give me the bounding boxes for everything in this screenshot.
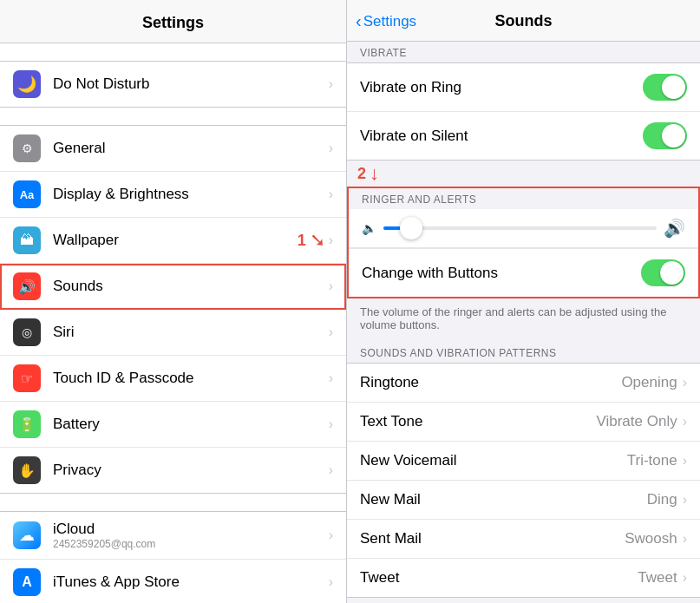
ringer-alerts-section: RINGER AND ALERTS 🔈 🔊 Change with Button… bbox=[347, 187, 700, 298]
change-with-buttons-item[interactable]: Change with Buttons bbox=[349, 248, 698, 297]
sounds-patterns-section: SOUNDS AND VIBRATION PATTERNS Ringtone O… bbox=[347, 342, 700, 598]
chevron-icon: › bbox=[329, 370, 333, 386]
vibrate-on-ring-label: Vibrate on Ring bbox=[360, 79, 643, 96]
right-panel: ‹ Settings Sounds VIBRATE Vibrate on Rin… bbox=[347, 0, 700, 603]
donotdisturb-label: Do Not Disturb bbox=[53, 75, 324, 93]
sidebar-item-siri[interactable]: ◎ Siri › bbox=[0, 310, 346, 356]
chevron-icon: › bbox=[329, 187, 333, 202]
newvoicemail-chevron: › bbox=[683, 453, 687, 469]
left-header: Settings bbox=[0, 0, 346, 43]
newvoicemail-value: Tri-tone bbox=[627, 452, 677, 469]
sidebar-item-general[interactable]: ⚙ General › bbox=[0, 126, 346, 172]
chevron-icon: › bbox=[329, 141, 333, 156]
sounds-patterns-header: SOUNDS AND VIBRATION PATTERNS bbox=[347, 342, 700, 363]
vibrate-on-ring-item[interactable]: Vibrate on Ring bbox=[347, 63, 700, 112]
sidebar-item-battery[interactable]: 🔋 Battery › bbox=[0, 402, 346, 448]
icloud-sublabel: 2452359205@qq.com bbox=[53, 538, 324, 550]
ringer-slider-row: 🔈 🔊 bbox=[349, 209, 698, 248]
vibrate-on-ring-toggle[interactable] bbox=[643, 74, 687, 101]
volume-slider[interactable] bbox=[383, 226, 657, 230]
general-label: General bbox=[53, 140, 324, 157]
sounds-label: Sounds bbox=[53, 278, 324, 295]
newvoicemail-item[interactable]: New Voicemail Tri-tone › bbox=[347, 442, 700, 481]
display-icon: Aa bbox=[13, 180, 41, 208]
sidebar-item-display[interactable]: Aa Display & Brightness › bbox=[0, 172, 346, 218]
newmail-item[interactable]: New Mail Ding › bbox=[347, 481, 700, 520]
sounds-header: ‹ Settings Sounds bbox=[347, 0, 700, 42]
change-with-buttons-label: Change with Buttons bbox=[362, 265, 641, 282]
ringtone-chevron: › bbox=[683, 375, 687, 390]
vibrate-section-header: VIBRATE bbox=[347, 42, 700, 62]
tweet-value: Tweet bbox=[638, 569, 677, 587]
chevron-icon: › bbox=[329, 324, 333, 340]
wallpaper-label: Wallpaper bbox=[53, 232, 298, 249]
touchid-label: Touch ID & Passcode bbox=[53, 370, 324, 387]
sidebar-item-sounds[interactable]: 🔊 Sounds › bbox=[0, 264, 346, 310]
back-label: Settings bbox=[363, 13, 416, 30]
sentmail-chevron: › bbox=[683, 531, 687, 547]
donotdisturb-icon: 🌙 bbox=[13, 70, 41, 98]
newmail-value: Ding bbox=[647, 491, 677, 508]
sentmail-value: Swoosh bbox=[625, 530, 677, 547]
sidebar-item-privacy[interactable]: ✋ Privacy › bbox=[0, 448, 346, 493]
ringtone-item[interactable]: Ringtone Opening › bbox=[347, 364, 700, 403]
vibrate-on-silent-toggle[interactable] bbox=[643, 122, 687, 149]
newmail-label: New Mail bbox=[360, 491, 647, 508]
battery-icon: 🔋 bbox=[13, 410, 41, 438]
step2-arrow-icon: ↓ bbox=[370, 162, 379, 185]
change-with-buttons-toggle[interactable] bbox=[641, 259, 685, 286]
privacy-label: Privacy bbox=[53, 462, 324, 479]
itunes-icon: A bbox=[13, 568, 41, 596]
sidebar-item-wallpaper[interactable]: 🏔 Wallpaper 1 ➘ › bbox=[0, 218, 346, 264]
ringtone-label: Ringtone bbox=[360, 374, 621, 391]
general-icon: ⚙ bbox=[13, 134, 41, 162]
sentmail-item[interactable]: Sent Mail Swoosh › bbox=[347, 520, 700, 559]
volume-low-icon: 🔈 bbox=[362, 221, 376, 235]
step1-arrow: ➘ bbox=[310, 231, 325, 250]
sidebar-item-touchid[interactable]: ☞ Touch ID & Passcode › bbox=[0, 356, 346, 402]
ringer-section-header: RINGER AND ALERTS bbox=[349, 188, 698, 209]
step2-num: 2 bbox=[357, 165, 366, 183]
sidebar-item-donotdisturb[interactable]: 🌙 Do Not Disturb › bbox=[0, 62, 346, 107]
sounds-patterns-group: Ringtone Opening › Text Tone Vibrate Onl… bbox=[347, 363, 700, 598]
step1-num: 1 bbox=[298, 232, 306, 250]
newmail-chevron: › bbox=[683, 492, 687, 508]
chevron-icon: › bbox=[329, 279, 333, 294]
wallpaper-icon: 🏔 bbox=[13, 226, 41, 254]
vibrate-on-silent-item[interactable]: Vibrate on Silent bbox=[347, 112, 700, 160]
vibrate-group: Vibrate on Ring Vibrate on Silent bbox=[347, 62, 700, 161]
step1-indicator: 1 ➘ bbox=[298, 231, 325, 250]
icloud-icon: ☁ bbox=[13, 521, 41, 549]
slider-thumb[interactable] bbox=[400, 217, 422, 239]
texttone-label: Text Tone bbox=[360, 413, 596, 430]
chevron-icon: › bbox=[329, 462, 333, 478]
battery-label: Battery bbox=[53, 416, 324, 433]
back-button[interactable]: ‹ Settings bbox=[356, 11, 416, 31]
texttone-item[interactable]: Text Tone Vibrate Only › bbox=[347, 403, 700, 442]
vibrate-on-silent-label: Vibrate on Silent bbox=[360, 128, 643, 145]
siri-label: Siri bbox=[53, 324, 324, 341]
texttone-value: Vibrate Only bbox=[596, 413, 677, 430]
chevron-icon: › bbox=[329, 233, 333, 248]
ringtone-value: Opening bbox=[621, 374, 677, 391]
siri-icon: ◎ bbox=[13, 318, 41, 346]
icloud-label: iCloud bbox=[53, 521, 324, 538]
settings-group-2: ⚙ General › Aa Display & Brightness › 🏔 … bbox=[0, 125, 346, 494]
vibrate-section: VIBRATE Vibrate on Ring Vibrate on Silen… bbox=[347, 42, 700, 161]
left-title: Settings bbox=[0, 14, 346, 32]
chevron-icon: › bbox=[329, 76, 333, 92]
volume-high-icon: 🔊 bbox=[664, 218, 685, 239]
tweet-label: Tweet bbox=[360, 569, 638, 587]
sidebar-item-itunes[interactable]: A iTunes & App Store › bbox=[0, 560, 346, 603]
step2-row: 2 ↓ bbox=[347, 161, 700, 187]
chevron-icon: › bbox=[329, 416, 333, 432]
texttone-chevron: › bbox=[683, 414, 687, 429]
sidebar-item-icloud[interactable]: ☁ iCloud 2452359205@qq.com › bbox=[0, 512, 346, 560]
newvoicemail-label: New Voicemail bbox=[360, 452, 627, 469]
tweet-item[interactable]: Tweet Tweet › bbox=[347, 559, 700, 597]
back-chevron-icon: ‹ bbox=[356, 11, 362, 31]
sounds-title: Sounds bbox=[495, 12, 553, 30]
sounds-icon: 🔊 bbox=[13, 272, 41, 300]
settings-group-3: ☁ iCloud 2452359205@qq.com › A iTunes & … bbox=[0, 511, 346, 603]
tweet-chevron: › bbox=[683, 570, 687, 586]
